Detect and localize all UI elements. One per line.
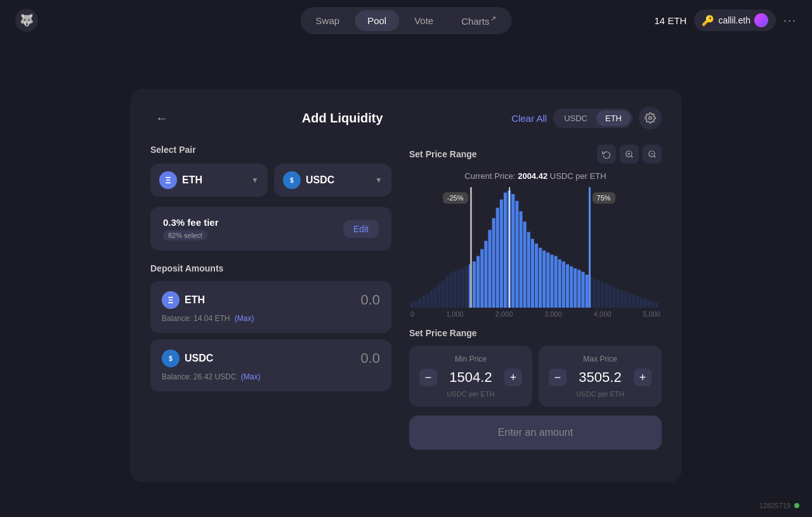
usdc-deposit-amount[interactable]: 0.0 (360, 350, 380, 367)
chart-controls (597, 145, 662, 164)
toggle-eth-button[interactable]: ETH (596, 110, 631, 126)
chart-label-3: 3,000 (544, 310, 562, 318)
max-price-value[interactable]: 3505.2 (572, 369, 629, 386)
svg-rect-31 (488, 230, 492, 308)
eth-deposit-icon: Ξ (162, 291, 180, 309)
svg-rect-47 (550, 254, 553, 308)
token-b-select[interactable]: $ USDC ▼ (274, 164, 391, 197)
enter-amount-button[interactable]: Enter an amount (409, 416, 662, 450)
chart-svg (409, 187, 662, 308)
min-price-label: Min Price (419, 355, 522, 363)
svg-rect-69 (636, 296, 639, 308)
svg-rect-19 (442, 280, 445, 308)
svg-point-2 (649, 117, 652, 120)
max-price-decrease-button[interactable]: − (549, 369, 566, 386)
max-price-label: Max Price (549, 355, 652, 363)
token-b-name: USDC (306, 174, 370, 186)
svg-rect-33 (496, 208, 499, 308)
svg-rect-20 (445, 277, 449, 308)
svg-rect-27 (473, 261, 476, 308)
svg-rect-73 (652, 301, 655, 308)
svg-text:🐺: 🐺 (20, 13, 34, 27)
edit-fee-button[interactable]: Edit (343, 220, 379, 238)
usdc-max-link[interactable]: (Max) (241, 372, 261, 381)
min-price-controls: − 1504.2 + (419, 369, 522, 386)
svg-rect-14 (422, 296, 425, 308)
settings-button[interactable] (639, 107, 662, 129)
svg-rect-22 (453, 271, 456, 308)
zoom-out-button[interactable] (643, 145, 662, 164)
refresh-button[interactable] (597, 145, 616, 164)
nav-tab-charts[interactable]: Charts↗ (449, 10, 509, 32)
svg-rect-24 (461, 268, 464, 308)
svg-rect-21 (449, 273, 452, 308)
back-button[interactable]: ← (150, 108, 173, 128)
svg-rect-54 (577, 270, 580, 308)
eth-deposit-amount[interactable]: 0.0 (360, 292, 380, 308)
right-range-handle[interactable]: 75% (589, 187, 591, 308)
nav-tabs: Swap Pool Vote Charts↗ (301, 7, 512, 34)
panel-body: Select Pair Ξ ETH ▼ $ USDC ▼ 0.3% fee ti… (150, 145, 662, 450)
svg-rect-38 (515, 201, 518, 308)
svg-rect-48 (554, 256, 558, 308)
svg-line-4 (631, 156, 633, 158)
svg-rect-11 (410, 303, 414, 308)
more-button[interactable]: ··· (783, 14, 797, 27)
svg-rect-15 (426, 294, 429, 308)
token-a-select[interactable]: Ξ ETH ▼ (150, 164, 268, 197)
key-icon: 🔑 (702, 15, 714, 27)
svg-rect-16 (430, 291, 433, 308)
min-price-value[interactable]: 1504.2 (442, 369, 499, 386)
min-price-increase-button[interactable]: + (504, 369, 522, 386)
navbar: 🐺 Swap Pool Vote Charts↗ 14 ETH 🔑 callil… (0, 0, 812, 41)
eth-deposit-token: Ξ ETH (162, 291, 205, 309)
left-range-handle[interactable]: -25% (470, 187, 472, 308)
clear-all-button[interactable]: Clear All (511, 113, 547, 124)
current-price-row: Current Price: 2004.42 USDC per ETH (409, 171, 662, 181)
svg-rect-64 (617, 289, 620, 308)
right-column: Set Price Range (409, 145, 662, 450)
eth-deposit-symbol: ETH (185, 294, 205, 306)
min-price-decrease-button[interactable]: − (419, 369, 437, 386)
zoom-in-button[interactable] (620, 145, 639, 164)
nav-tab-pool[interactable]: Pool (355, 10, 399, 31)
wallet-pill[interactable]: 🔑 callil.eth (694, 10, 776, 31)
left-handle-label: -25% (443, 192, 468, 204)
svg-rect-44 (539, 248, 542, 308)
max-price-increase-button[interactable]: + (634, 369, 652, 386)
svg-rect-55 (581, 272, 584, 308)
nav-tab-swap[interactable]: Swap (303, 10, 353, 31)
svg-rect-65 (620, 291, 624, 308)
svg-rect-51 (566, 265, 569, 308)
svg-rect-66 (624, 292, 627, 308)
set-price-range-section: Set Price Range Min Price − 1504.2 + USD… (409, 328, 662, 407)
panel-title: Add Liquidity (302, 111, 383, 126)
current-price-value: 2004.42 (518, 171, 547, 181)
set-price-range-subtitle: Set Price Range (409, 328, 662, 338)
svg-rect-30 (484, 241, 487, 308)
chart-label-0: 0 (410, 310, 414, 318)
token-b-chevron-icon: ▼ (375, 176, 383, 185)
toggle-usdc-button[interactable]: USDC (555, 110, 596, 126)
usdc-deposit-icon: $ (162, 350, 180, 367)
eth-deposit-box: Ξ ETH 0.0 Balance: 14.04 ETH (Max) (150, 281, 391, 333)
svg-rect-67 (628, 293, 631, 308)
token-a-name: ETH (182, 174, 246, 186)
svg-rect-52 (570, 266, 573, 308)
svg-rect-17 (434, 287, 437, 308)
token-toggle: USDC ETH (553, 108, 632, 128)
nav-right: 14 ETH 🔑 callil.eth ··· (655, 10, 797, 31)
min-price-box: Min Price − 1504.2 + USDC per ETH (409, 346, 532, 407)
svg-rect-62 (608, 285, 612, 308)
svg-line-8 (654, 156, 656, 158)
current-price-label: Current Price: (464, 171, 515, 181)
block-number: 12825719 (759, 502, 790, 509)
svg-rect-35 (504, 193, 507, 308)
eth-max-link[interactable]: (Max) (235, 314, 254, 323)
svg-rect-49 (558, 259, 561, 308)
panel-actions: Clear All USDC ETH (511, 107, 662, 129)
nav-tab-vote[interactable]: Vote (402, 10, 446, 31)
eth-deposit-balance: Balance: 14.04 ETH (Max) (162, 314, 380, 323)
svg-rect-34 (500, 200, 503, 308)
svg-rect-63 (612, 287, 615, 308)
